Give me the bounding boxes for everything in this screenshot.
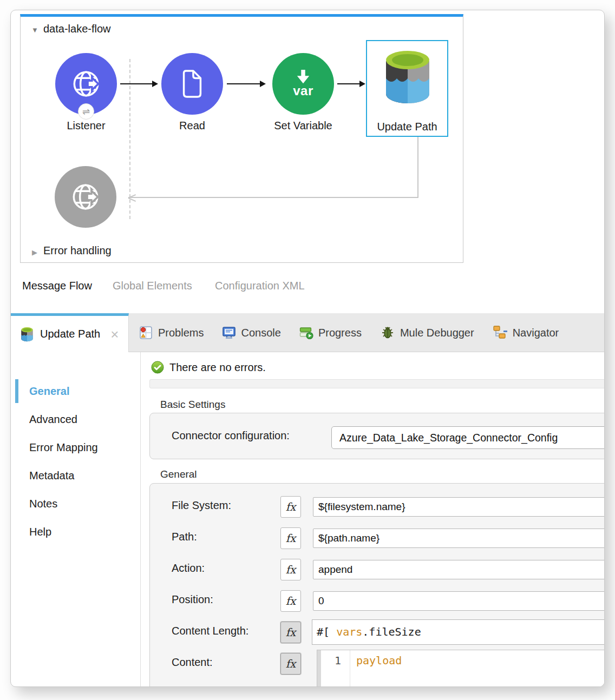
node-update-path[interactable]: Update Path: [366, 40, 448, 137]
tab-console[interactable]: Console: [222, 326, 280, 340]
error-handling-collapse-icon[interactable]: ▶: [32, 248, 37, 256]
connector-configuration-select[interactable]: Azure_Data_Lake_Storage_Connector_Config: [331, 426, 605, 449]
globe-arrow-icon: [69, 67, 103, 101]
basic-settings-panel: Connector configuration: Azure_Data_Lake…: [149, 413, 605, 459]
return-wire-vertical: [417, 137, 418, 197]
position-fx-button[interactable]: fx: [280, 590, 301, 612]
globe-arrow-icon: [69, 180, 102, 214]
properties-sidebar: General Advanced Error Mapping Metadata …: [29, 377, 98, 546]
tab-progress[interactable]: Progress: [299, 326, 362, 340]
tab-update-path-label: Update Path: [40, 328, 100, 340]
sidebar-separator: [140, 352, 141, 687]
basic-settings-title: Basic Settings: [160, 399, 225, 411]
editor-code-text: payload: [356, 654, 402, 667]
action-fx-button[interactable]: fx: [280, 559, 301, 580]
connector-configuration-label: Connector configuration:: [172, 430, 290, 442]
tab-mule-debugger[interactable]: Mule Debugger: [380, 325, 474, 340]
file-system-fx-button[interactable]: fx: [280, 496, 301, 518]
flow-arrow-2: [227, 83, 260, 84]
status-row: There are no errors.: [151, 361, 266, 374]
expression-suffix: .fileSize: [362, 625, 421, 638]
path-fx-button[interactable]: fx: [280, 527, 301, 549]
node-set-variable[interactable]: var: [272, 53, 334, 115]
sidebar-item-error-mapping[interactable]: Error Mapping: [29, 433, 98, 461]
panel-tabbar: Update Path × Problems: [11, 313, 605, 352]
editor-gutter-bar: [317, 650, 321, 687]
flow-arrow-1: [120, 83, 153, 84]
path-input[interactable]: [313, 529, 605, 548]
node-label-listener: Listener: [40, 120, 132, 132]
progress-icon: [299, 326, 313, 340]
file-system-input[interactable]: [313, 497, 605, 517]
action-label: Action:: [172, 562, 205, 574]
console-icon: [222, 326, 236, 340]
close-icon[interactable]: ×: [110, 329, 119, 340]
expression-prefix: #[: [317, 625, 336, 638]
success-check-icon: [151, 361, 164, 374]
sidebar-active-indicator: [15, 379, 18, 403]
tab-mule-debugger-label: Mule Debugger: [400, 327, 474, 339]
node-label-read: Read: [146, 120, 238, 132]
error-handling-label: Error handling: [43, 245, 112, 257]
tab-progress-label: Progress: [318, 327, 362, 339]
sidebar-item-help[interactable]: Help: [29, 518, 98, 546]
flow-title: data-lake-flow: [43, 23, 111, 35]
expression-vars-token: vars: [336, 625, 362, 638]
sidebar-item-notes[interactable]: Notes: [29, 490, 98, 518]
sidebar-item-metadata[interactable]: Metadata: [29, 461, 98, 490]
node-label-set-variable: Set Variable: [257, 120, 349, 132]
general-panel: File System: fx Path: fx Action: fx Posi…: [149, 483, 605, 687]
content-label: Content:: [172, 656, 213, 669]
content-length-label: Content Length:: [172, 625, 248, 637]
tab-console-label: Console: [241, 327, 280, 339]
general-section-title: General: [160, 468, 197, 480]
tab-problems[interactable]: Problems: [139, 326, 204, 340]
tab-navigator-label: Navigator: [513, 327, 559, 339]
content-code-editor[interactable]: 1 payload: [317, 650, 605, 687]
problems-icon: [139, 326, 153, 340]
node-label-update-path: Update Path: [361, 121, 453, 133]
tab-configuration-xml[interactable]: Configuration XML: [215, 280, 305, 292]
azure-data-lake-mini-icon: [20, 327, 34, 342]
var-icon-text: var: [293, 83, 313, 98]
position-input[interactable]: [313, 591, 605, 611]
sidebar-item-advanced[interactable]: Advanced: [29, 405, 98, 433]
bug-icon: [380, 325, 395, 340]
path-label: Path:: [172, 531, 197, 543]
document-icon: [178, 68, 207, 100]
tab-message-flow[interactable]: Message Flow: [22, 280, 92, 292]
position-label: Position:: [172, 593, 213, 606]
content-length-fx-button[interactable]: fx: [280, 622, 301, 643]
azure-data-lake-icon: [382, 49, 433, 105]
content-fx-button[interactable]: fx: [280, 653, 301, 675]
tab-global-elements[interactable]: Global Elements: [113, 280, 192, 292]
navigator-icon: [493, 325, 508, 340]
action-input[interactable]: [313, 560, 605, 579]
studio-window: ▼ data-lake-flow ⇌ Listener: [10, 10, 605, 687]
tab-update-path[interactable]: Update Path ×: [11, 313, 129, 352]
tab-problems-label: Problems: [158, 327, 204, 339]
node-response[interactable]: [55, 166, 116, 228]
file-system-label: File System:: [172, 499, 231, 512]
node-read[interactable]: [161, 53, 223, 115]
scrolled-section-strip: [149, 379, 605, 388]
flow-arrow-3: [337, 83, 360, 84]
status-message: There are no errors.: [169, 361, 266, 374]
flow-canvas: ▼ data-lake-flow ⇌ Listener: [20, 14, 463, 263]
sync-badge-icon: ⇌: [78, 103, 94, 120]
panel-tabs: Problems Console Prog: [139, 316, 559, 349]
flow-collapse-icon[interactable]: ▼: [31, 26, 38, 34]
editor-gutter-line: [350, 650, 350, 687]
content-length-expression-input[interactable]: #[ vars.fileSize: [312, 619, 605, 645]
return-wire-horizontal: [128, 197, 418, 198]
arrow-down-icon: [293, 69, 313, 84]
sidebar-item-general[interactable]: General: [29, 377, 98, 405]
tab-navigator[interactable]: Navigator: [493, 325, 559, 340]
editor-line-number: 1: [335, 654, 341, 667]
